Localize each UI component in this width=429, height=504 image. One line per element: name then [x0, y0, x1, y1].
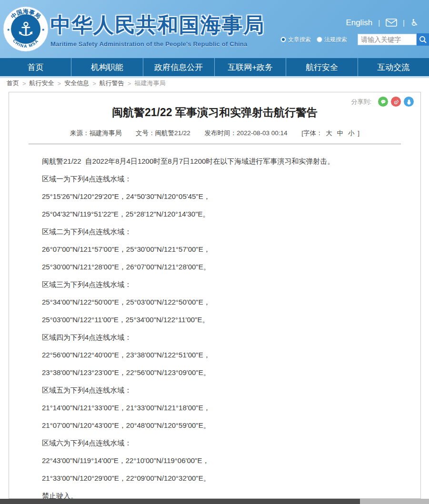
paragraph: 闽航警21/22 自2022年8月4日1200时至8月7日1200时在以下海域进…	[42, 158, 401, 165]
breadcrumb-navigation-warning[interactable]: 航行警告	[100, 79, 124, 88]
paragraph: 区域五为下列4点连线水域：	[42, 386, 401, 394]
nav-item-home[interactable]: 首页	[0, 58, 71, 76]
paragraph: 22°43'00"N/119°14'00"E，22°10'00"N/119°06…	[42, 457, 401, 464]
radio-regulation-circle[interactable]	[317, 37, 322, 42]
paragraph: 区域三为下列4点连线水域：	[42, 281, 401, 288]
paragraph: 区域六为下列4点连线水域：	[42, 439, 401, 446]
nav-item-navigation-safety[interactable]: 航行安全	[286, 58, 357, 76]
paragraph: 区域一为下列4点连线水域：	[42, 175, 401, 182]
nav-bottom-strip	[0, 76, 429, 78]
paragraph: 25°15'26"N/120°29'20"E，24°50'30"N/120°05…	[42, 193, 401, 200]
paragraph: 21°14'00"N/121°33'00"E，21°33'00"N/121°18…	[42, 404, 401, 411]
font-size-large-button[interactable]: 大	[326, 129, 332, 137]
meta-publish-time: 发布时间：2022-08-03 00:14	[204, 129, 287, 137]
nav-item-internet-gov[interactable]: 互联网+政务	[214, 58, 286, 76]
breadcrumb-separator: >	[128, 80, 131, 87]
svg-text:★: ★	[7, 28, 10, 32]
share-weibo-icon[interactable]	[391, 97, 401, 107]
site-brand: 中华人民共和国海事局 Maritime Safety Administratio…	[50, 11, 265, 48]
font-size-medium-button[interactable]: 中	[337, 129, 344, 137]
radio-article-circle[interactable]	[280, 37, 286, 42]
article-meta: 来源：福建海事局 文号：闽航警21/22 发布时间：2022-08-03 00:…	[9, 129, 420, 138]
horizontal-scrollbar[interactable]	[0, 499, 429, 504]
accessibility-icon[interactable]: ♿	[410, 17, 419, 28]
share-row: 分享到:	[351, 97, 414, 107]
english-link[interactable]: English	[346, 18, 372, 28]
radio-article-search[interactable]: 文章搜索	[280, 36, 311, 44]
paragraph: 区域四为下列4点连线水域：	[42, 334, 401, 341]
paragraph: 禁止驶入。	[42, 492, 401, 499]
article-body: 闽航警21/22 自2022年8月4日1200时至8月7日1200时在以下海域进…	[9, 144, 420, 504]
breadcrumb-separator: >	[92, 80, 96, 87]
breadcrumb-separator: >	[58, 80, 61, 87]
breadcrumb-navigation-safety[interactable]: 航行安全	[30, 79, 54, 88]
breadcrumb-home[interactable]: 首页	[7, 79, 19, 88]
share-label: 分享到:	[351, 98, 371, 106]
paragraph: 25°30'00"N/121°28'00"E，26°07'00"N/121°28…	[42, 263, 401, 270]
mail-icon[interactable]	[386, 19, 397, 27]
article-title: 闽航警21/22 军事演习和实弹射击航行警告	[9, 105, 420, 120]
utility-divider: |	[403, 19, 405, 27]
search-button[interactable]	[417, 33, 429, 46]
font-ctl-prefix: [字体：	[301, 129, 322, 137]
share-wechat-icon[interactable]	[378, 97, 388, 107]
paragraph: 23°38'00"N/123°23'00"E，22°56'00"N/123°09…	[42, 369, 401, 376]
site-subtitle: Maritime Safety Administration of the Pe…	[50, 40, 265, 48]
nav-item-interaction[interactable]: 互动交流	[358, 58, 429, 76]
share-qq-icon[interactable]	[404, 97, 414, 107]
site-header: 中国海事局 CHINA MSA ★ ★ ⚓ 中华人民共和国海事局 Maritim…	[0, 0, 429, 58]
breadcrumb-separator: >	[22, 80, 26, 87]
breadcrumb-fujian-msa[interactable]: 福建海事局	[134, 79, 165, 88]
radio-regulation-label: 法规搜索	[324, 36, 347, 44]
meta-doc-number: 文号：闽航警21/22	[136, 129, 190, 137]
paragraph: 21°33'00"N/120°29'00"E，22°09'00"N/120°32…	[42, 474, 401, 482]
radio-regulation-search[interactable]: 法规搜索	[317, 36, 347, 44]
horizontal-scrollbar-thumb[interactable]	[0, 499, 360, 504]
paragraph: 21°07'00"N/120°43'00"E，20°48'00"N/120°59…	[42, 422, 401, 429]
top-utility-bar: English | | ♿	[346, 17, 419, 28]
site-title: 中华人民共和国海事局	[50, 11, 265, 39]
search-row: 文章搜索 法规搜索	[280, 33, 429, 46]
paragraph: 区域二为下列4点连线水域：	[42, 228, 401, 235]
radio-article-label: 文章搜索	[288, 36, 311, 44]
article-container: 分享到: 闽航警21/22 军事演习和实弹射击航行警告 来源：福建	[9, 92, 421, 499]
search-input[interactable]	[358, 34, 417, 45]
svg-text:★: ★	[41, 28, 45, 32]
meta-source: 来源：福建海事局	[70, 129, 121, 137]
utility-divider: |	[378, 19, 380, 27]
font-ctl-suffix: ]	[358, 129, 359, 137]
breadcrumb-safety-info[interactable]: 安全信息	[64, 79, 89, 88]
paragraph: 25°34'00"N/122°50'00"E，25°03'00"N/122°50…	[42, 298, 401, 306]
nav-item-gov-info[interactable]: 政府信息公开	[143, 58, 214, 76]
meta-font-size-control: [字体： 大 中 小 ]	[301, 129, 359, 137]
paragraph: 26°07'00"N/121°57'00"E，25°30'00"N/121°57…	[42, 246, 401, 253]
nav-item-functions[interactable]: 机构职能	[71, 58, 142, 76]
search-icon	[419, 35, 427, 44]
search-scope-radios: 文章搜索 法规搜索	[280, 36, 353, 44]
breadcrumb: 首页 > 航行安全 > 安全信息 > 航行警告 > 福建海事局	[7, 79, 165, 88]
paragraph: 25°04'32"N/119°51'22"E，25°28'12"N/120°14…	[42, 210, 401, 217]
paragraph: 25°03'00"N/122°11'00"E，25°34'00"N/122°11…	[42, 316, 401, 323]
font-size-small-button[interactable]: 小	[348, 129, 355, 137]
china-msa-logo: 中国海事局 CHINA MSA ★ ★ ⚓	[3, 6, 49, 52]
paragraph: 22°56'00"N/122°40'00"E，23°38'00"N/122°51…	[42, 351, 401, 358]
anchor-icon: ⚓	[17, 19, 34, 40]
main-nav: 首页 机构职能 政府信息公开 互联网+政务 航行安全 互动交流	[0, 58, 429, 76]
